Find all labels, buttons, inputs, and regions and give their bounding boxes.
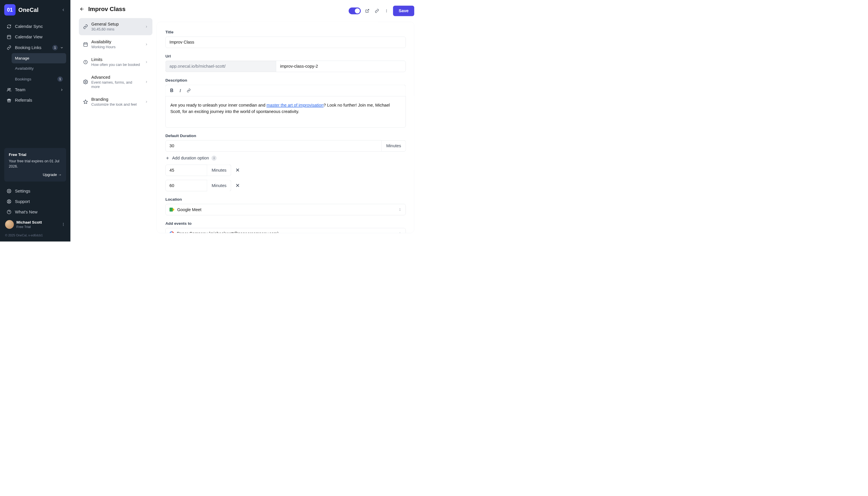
editor-header: Save bbox=[157, 5, 414, 22]
star-icon bbox=[83, 99, 88, 104]
kebab-icon[interactable] bbox=[61, 222, 65, 227]
nav-referrals[interactable]: Referrals bbox=[4, 95, 66, 105]
svg-marker-28 bbox=[84, 99, 88, 103]
calendar-icon bbox=[7, 34, 12, 39]
link-icon bbox=[7, 45, 12, 50]
add-duration-option[interactable]: Add duration option i bbox=[165, 156, 406, 161]
tab-label: Availability bbox=[92, 40, 141, 44]
svg-point-19 bbox=[63, 224, 64, 225]
desc-link[interactable]: master the art of improvisation bbox=[267, 103, 324, 107]
tab-availability[interactable]: Availability Working Hours bbox=[79, 36, 153, 53]
nav-support[interactable]: Support bbox=[4, 196, 66, 207]
calendar-icon bbox=[83, 42, 88, 47]
tab-label: General Setup bbox=[92, 22, 141, 27]
tab-label: Limits bbox=[92, 57, 141, 62]
italic-button[interactable]: I bbox=[176, 87, 184, 94]
help-icon bbox=[7, 210, 12, 214]
gift-icon bbox=[7, 98, 12, 103]
logo-row: 01 OneCal bbox=[4, 4, 66, 16]
duration-option-input[interactable] bbox=[165, 165, 207, 176]
more-menu-button[interactable] bbox=[383, 8, 390, 14]
page-title: Improv Class bbox=[88, 5, 125, 12]
avatar bbox=[5, 220, 14, 229]
title-input[interactable] bbox=[165, 36, 406, 48]
trial-card: Free Trial Your free trial expires on 01… bbox=[4, 148, 66, 182]
upgrade-link[interactable]: Upgrade → bbox=[9, 173, 62, 177]
nav-label: What's New bbox=[15, 210, 37, 215]
tab-general-setup[interactable]: General Setup 30,45,60 mins bbox=[79, 18, 153, 35]
svg-point-11 bbox=[9, 201, 10, 202]
chevron-right-icon bbox=[145, 100, 148, 104]
chevron-right-icon bbox=[145, 43, 148, 46]
logo-text: OneCal bbox=[18, 7, 38, 13]
location-select[interactable]: Google Meet bbox=[165, 204, 406, 215]
svg-line-12 bbox=[8, 200, 9, 201]
description-editor[interactable]: Are you ready to unleash your inner come… bbox=[165, 96, 406, 127]
form-card: Title Url app.onecal.io/b/michael-scott/… bbox=[157, 22, 414, 233]
copy-link-button[interactable] bbox=[374, 8, 380, 14]
lifebuoy-icon bbox=[7, 199, 12, 204]
duration-unit: Minutes bbox=[381, 140, 406, 152]
tab-limits[interactable]: Limits How often you can be booked bbox=[79, 53, 153, 71]
bold-button[interactable]: B bbox=[168, 87, 175, 94]
duration-option-row: Minutes ✕ bbox=[165, 165, 406, 176]
desc-text: Are you ready to unleash your inner come… bbox=[170, 103, 266, 107]
nav-team[interactable]: Team bbox=[4, 84, 66, 95]
save-button[interactable]: Save bbox=[393, 5, 414, 16]
nav-label: Referrals bbox=[15, 98, 32, 103]
collapse-sidebar-button[interactable] bbox=[60, 7, 66, 13]
default-duration-input[interactable] bbox=[165, 140, 381, 152]
remove-option-button[interactable]: ✕ bbox=[235, 183, 239, 188]
tab-sub: Event names, forms, and more bbox=[92, 80, 141, 89]
sidebar: 01 OneCal Calendar Sync Calendar View Bo… bbox=[0, 0, 70, 242]
booking-subnav: Manage Availability Bookings 1 bbox=[12, 53, 66, 84]
link-button[interactable] bbox=[185, 87, 192, 94]
addevents-label: Add events to bbox=[165, 221, 406, 226]
subnav-bookings[interactable]: Bookings 1 bbox=[12, 74, 66, 84]
nav-calendar-view[interactable]: Calendar View bbox=[4, 32, 66, 42]
nav-label: Booking Links bbox=[15, 45, 42, 50]
tab-sub: Customize the look and feel bbox=[92, 102, 141, 107]
duration-label: Default Duration bbox=[165, 134, 406, 138]
url-prefix: app.onecal.io/b/michael-scott/ bbox=[165, 61, 276, 72]
nav-whatsnew[interactable]: What's New bbox=[4, 207, 66, 217]
subnav-label: Manage bbox=[15, 56, 29, 61]
add-option-label: Add duration option bbox=[172, 156, 209, 160]
open-external-button[interactable] bbox=[364, 8, 370, 14]
enabled-toggle[interactable] bbox=[349, 7, 361, 14]
tab-label: Branding bbox=[92, 97, 141, 102]
link-icon bbox=[83, 25, 88, 29]
tab-branding[interactable]: Branding Customize the look and feel bbox=[79, 93, 153, 110]
tab-label: Advanced bbox=[92, 75, 141, 80]
svg-line-15 bbox=[8, 202, 9, 203]
subnav-manage[interactable]: Manage bbox=[12, 53, 66, 63]
svg-point-27 bbox=[85, 81, 86, 82]
subnav-availability[interactable]: Availability bbox=[12, 63, 66, 74]
addevents-select[interactable]: Paper Company (michaelscott@papaercompan… bbox=[165, 228, 406, 233]
url-label: Url bbox=[165, 54, 406, 59]
svg-point-18 bbox=[63, 223, 64, 223]
svg-point-4 bbox=[8, 88, 9, 90]
tab-sub: Working Hours bbox=[92, 45, 141, 49]
nav-calendar-sync[interactable]: Calendar Sync bbox=[4, 21, 66, 32]
duration-unit: Minutes bbox=[207, 180, 231, 191]
nav-settings[interactable]: Settings bbox=[4, 186, 66, 196]
svg-rect-0 bbox=[7, 35, 11, 39]
remove-option-button[interactable]: ✕ bbox=[235, 167, 239, 173]
google-icon bbox=[169, 231, 174, 233]
info-icon[interactable]: i bbox=[211, 156, 217, 161]
select-chevron-icon bbox=[398, 208, 401, 212]
location-value: Google Meet bbox=[177, 207, 202, 212]
chevron-right-icon bbox=[145, 80, 148, 84]
url-slug-input[interactable] bbox=[276, 61, 406, 72]
back-button[interactable] bbox=[79, 6, 85, 12]
duration-option-input[interactable] bbox=[165, 180, 207, 191]
nav-booking-links[interactable]: Booking Links 1 bbox=[4, 42, 66, 53]
config-panel: Improv Class General Setup 30,45,60 mins… bbox=[70, 0, 157, 242]
tab-advanced[interactable]: Advanced Event names, forms, and more bbox=[79, 71, 153, 93]
editor: Save Title Url app.onecal.io/b/michael-s… bbox=[157, 0, 423, 242]
gear-icon bbox=[7, 189, 12, 193]
svg-point-30 bbox=[386, 10, 387, 10]
nav-label: Settings bbox=[15, 189, 31, 194]
user-menu[interactable]: Michael Scott Free Trial bbox=[4, 217, 66, 232]
